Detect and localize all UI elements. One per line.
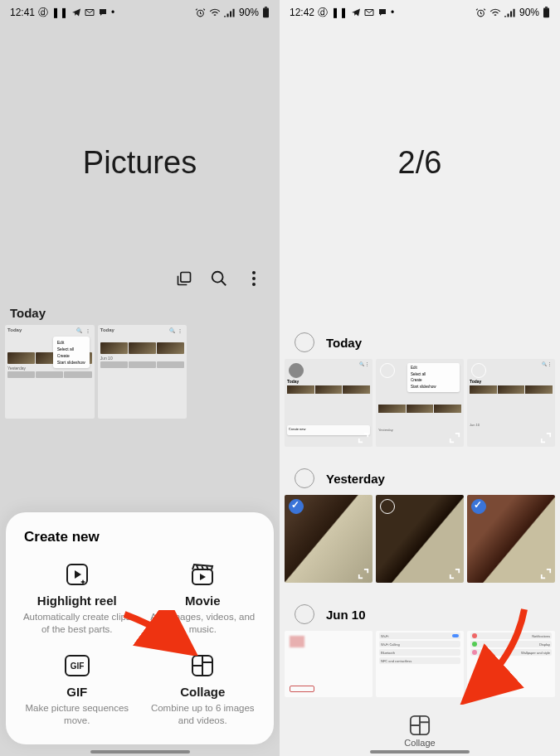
expand-icon xyxy=(449,568,460,579)
more-icon[interactable] xyxy=(245,269,263,288)
play-sparkle-icon xyxy=(65,562,90,587)
clapper-icon xyxy=(190,562,215,587)
pause-icon: ❚❚ xyxy=(331,7,348,18)
thumbnail[interactable]: 🔍 ⋮ Today Jun 10 xyxy=(467,359,555,447)
gmail-icon xyxy=(364,8,374,17)
alarm-icon xyxy=(195,7,206,18)
thumbnail[interactable] xyxy=(285,631,373,697)
create-new-sheet: Create new Highlight reel Automatically … xyxy=(6,512,274,744)
svg-point-4 xyxy=(212,272,223,283)
screen-selection: 12:42 ⓓ ❚❚ • 90% 2/6 Today 🔍 ⋮ Today Cre… xyxy=(280,0,560,756)
gmail-icon xyxy=(85,8,95,17)
d-icon: ⓓ xyxy=(38,6,48,20)
expand-icon xyxy=(540,568,552,579)
search-icon[interactable] xyxy=(210,269,228,288)
option-collage[interactable]: Collage Combine up to 6 images and video… xyxy=(140,648,266,733)
thumbnail[interactable] xyxy=(467,495,555,583)
section-today: Today xyxy=(0,298,280,325)
home-indicator[interactable] xyxy=(90,750,190,754)
d-icon: ⓓ xyxy=(318,6,328,20)
expand-icon xyxy=(540,432,552,443)
battery-icon xyxy=(543,7,550,18)
svg-rect-2 xyxy=(265,7,267,7)
message-icon xyxy=(377,7,387,17)
thumbnail[interactable]: Today 🔍 ⋮ Edit Select all Create Start s… xyxy=(5,325,95,419)
alarm-icon xyxy=(475,7,486,18)
thumbnail[interactable]: Notifications Display Wallpaper and styl… xyxy=(467,631,555,697)
signal-icon xyxy=(224,7,236,17)
expand-icon xyxy=(358,568,369,579)
dot-icon: • xyxy=(391,7,394,18)
thumbnail[interactable] xyxy=(285,495,373,583)
status-time: 12:41 xyxy=(10,7,35,18)
status-time: 12:42 xyxy=(290,7,314,18)
status-bar: 12:42 ⓓ ❚❚ • 90% xyxy=(280,0,560,25)
select-all-jun10[interactable] xyxy=(295,604,314,624)
status-battery: 90% xyxy=(519,7,539,18)
pause-icon: ❚❚ xyxy=(51,7,68,18)
dot-icon: • xyxy=(111,7,114,18)
select-all-yesterday[interactable] xyxy=(295,468,314,488)
signal-icon xyxy=(504,7,516,17)
section-jun10-row[interactable]: Jun 10 xyxy=(280,598,560,631)
thumbnail[interactable]: Wi-Fi Wi-Fi Calling Bluetooth NFC and co… xyxy=(376,631,464,697)
option-movie[interactable]: Movie Add images, videos, and music. xyxy=(140,557,266,642)
svg-rect-1 xyxy=(263,7,269,17)
thumbnail-empty xyxy=(190,325,275,419)
telegram-icon xyxy=(351,7,361,17)
svg-point-6 xyxy=(252,277,256,280)
svg-point-5 xyxy=(252,271,256,274)
svg-text:GIF: GIF xyxy=(70,662,84,671)
stack-icon[interactable] xyxy=(175,269,193,288)
option-gif[interactable]: GIF GIF Make picture sequences move. xyxy=(14,648,140,733)
expand-icon xyxy=(358,432,369,443)
page-title: Pictures xyxy=(0,145,280,181)
toolbar xyxy=(0,259,280,298)
home-indicator[interactable] xyxy=(370,750,470,754)
battery-icon xyxy=(262,7,270,18)
thumbnail[interactable]: Today 🔍 ⋮ Jun 10 xyxy=(98,325,187,419)
svg-rect-3 xyxy=(181,273,191,283)
selection-count: 2/6 xyxy=(280,145,560,181)
telegram-icon xyxy=(71,7,81,17)
expand-icon xyxy=(449,432,460,443)
status-bar: 12:41 ⓓ ❚❚ • 90% xyxy=(0,0,280,25)
sheet-title: Create new xyxy=(14,527,265,557)
select-all-today[interactable] xyxy=(295,332,314,352)
collage-icon xyxy=(190,653,215,678)
thumbnail[interactable]: Edit Select all Create Start slideshow Y… xyxy=(376,359,464,447)
screen-gallery: 12:41 ⓓ ❚❚ • 90% Pictures Today Today 🔍 … xyxy=(0,0,280,756)
collage-icon xyxy=(409,715,431,736)
status-battery: 90% xyxy=(239,7,259,18)
section-yesterday-row[interactable]: Yesterday xyxy=(280,462,560,495)
section-today-row[interactable]: Today xyxy=(280,326,560,359)
message-icon xyxy=(98,7,108,17)
svg-rect-15 xyxy=(545,7,548,7)
collage-button[interactable]: Collage xyxy=(280,715,560,748)
wifi-icon xyxy=(209,7,221,17)
wifi-icon xyxy=(489,7,501,17)
svg-rect-14 xyxy=(543,7,549,17)
gif-icon: GIF xyxy=(65,653,90,678)
thumbnail[interactable] xyxy=(376,495,464,583)
option-highlight-reel[interactable]: Highlight reel Automatically create clip… xyxy=(14,557,140,642)
thumbnail[interactable]: 🔍 ⋮ Today Create new xyxy=(285,359,373,447)
svg-point-7 xyxy=(252,283,256,286)
